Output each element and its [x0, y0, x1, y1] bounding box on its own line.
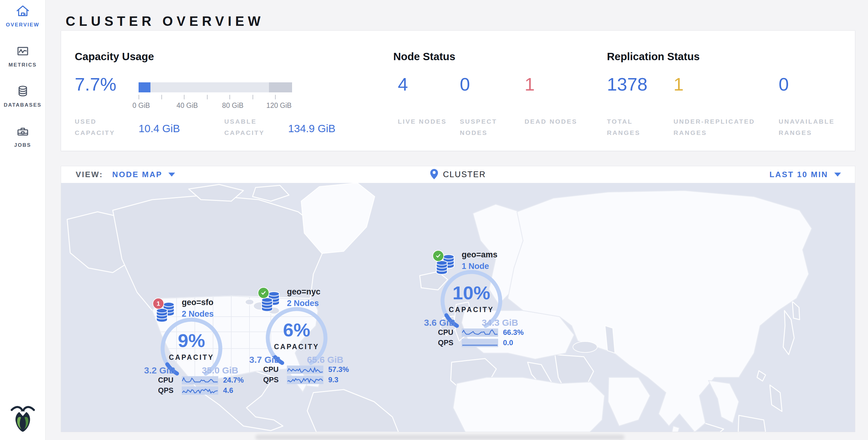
healthy-check-badge: [258, 287, 269, 299]
locality-used-capacity: 3.2 GiB: [144, 365, 175, 376]
capacity-used-percent: 7.7%: [75, 74, 116, 95]
usable-capacity-label: USABLE CAPACITY: [224, 116, 276, 138]
metric-value: 0.0: [503, 339, 513, 347]
sidebar-item-databases[interactable]: DATABASES: [0, 80, 45, 120]
sidebar-item-label: DATABASES: [4, 102, 42, 108]
gauge-percent: 10%: [437, 282, 505, 304]
capacity-tick-label: 120 GiB: [266, 101, 291, 110]
metric-value: 24.7%: [223, 376, 244, 384]
briefcase-icon: [15, 125, 30, 138]
capacity-usage-title: Capacity Usage: [75, 51, 154, 63]
map-locality-node-ams[interactable]: geo=ams 1 Node 10% CAPACITY 3.6 GiB 34.3…: [432, 250, 545, 387]
metric-label: CPU: [438, 328, 457, 337]
gauge-percent: 9%: [157, 330, 225, 351]
capacity-tick: [275, 95, 276, 99]
breadcrumb-cluster[interactable]: CLUSTER: [443, 170, 486, 179]
time-range-selector: LAST 10 MIN: [770, 170, 855, 179]
suspect-nodes-count: 0: [460, 74, 470, 95]
capacity-tick: [207, 95, 208, 99]
node-map[interactable]: 1 geo=sfo: [61, 183, 855, 432]
sidebar-item-label: JOBS: [14, 142, 31, 148]
metric-label: CPU: [158, 376, 177, 384]
capacity-tick-label: 80 GiB: [222, 101, 243, 110]
capacity-tick-label: 40 GiB: [177, 101, 198, 110]
usable-capacity-value: 134.9 GiB: [288, 122, 336, 135]
capacity-tick: [229, 95, 230, 99]
cluster-summary-card: Capacity Usage 7.7% 0 GiB40 GiB80 GiB120…: [61, 30, 855, 151]
capacity-tick: [161, 95, 162, 99]
caret-down-icon[interactable]: [834, 172, 841, 177]
metric-value: 9.3: [328, 376, 338, 384]
healthy-check-badge: [432, 250, 444, 262]
qps-metric-row: QPS 0.0: [438, 338, 513, 347]
locality-used-capacity: 3.7 GiB: [249, 355, 281, 365]
locality-usable-capacity: 35.0 GiB: [202, 365, 238, 376]
under-replicated-ranges-label: UNDER-REPLICATED RANGES: [674, 116, 774, 138]
sidebar-item-metrics[interactable]: METRICS: [0, 40, 45, 80]
capacity-bar-reserved: [269, 82, 292, 92]
cpu-metric-row: CPU 24.7%: [158, 376, 244, 385]
replication-status-title: Replication Status: [607, 51, 700, 63]
map-node-layer: 1 geo=sfo: [61, 183, 855, 432]
map-locality-node-sfo[interactable]: 1 geo=sfo: [153, 298, 265, 432]
locality-usable-capacity: 65.6 GiB: [307, 355, 343, 365]
suspect-nodes-label: SUSPECT NODES: [460, 116, 515, 138]
capacity-values: 3.6 GiB 34.3 GiB: [424, 318, 518, 328]
used-capacity-value: 10.4 GiB: [138, 122, 180, 135]
dead-nodes-count: 1: [525, 74, 535, 95]
used-capacity-label: USED CAPACITY: [75, 116, 126, 138]
sparkline-chart: [462, 328, 498, 337]
sidebar-item-label: METRICS: [8, 62, 37, 68]
sidebar-item-overview[interactable]: OVERVIEW: [0, 0, 45, 40]
locality-name: geo=sfo: [182, 298, 213, 307]
dead-node-badge: 1: [153, 298, 164, 309]
metric-label: QPS: [263, 376, 282, 384]
view-label: VIEW:: [76, 170, 103, 179]
sparkline-chart: [287, 376, 323, 384]
capacity-values: 3.7 GiB 65.6 GiB: [249, 355, 343, 365]
unavailable-ranges-label: UNAVAILABLE RANGES: [779, 116, 851, 138]
cpu-metric-row: CPU 66.3%: [438, 328, 524, 337]
gauge-capacity-label: CAPACITY: [262, 343, 331, 351]
metric-value: 66.3%: [503, 328, 524, 337]
cockroachdb-logo: [8, 402, 37, 433]
node-status-title: Node Status: [393, 51, 455, 63]
page-title: CLUSTER OVERVIEW: [66, 14, 264, 29]
metric-value: 4.6: [223, 386, 233, 395]
qps-metric-row: QPS 4.6: [158, 386, 233, 395]
live-nodes-label: LIVE NODES: [398, 116, 453, 127]
view-dropdown[interactable]: NODE MAP: [112, 170, 162, 179]
map-locality-node-nyc[interactable]: geo=nyc 2 Nodes 6% CAPACITY 3.7 GiB 65.6…: [258, 287, 370, 424]
cpu-metric-row: CPU 57.3%: [263, 365, 349, 374]
breadcrumb: CLUSTER: [430, 169, 486, 181]
home-icon: [15, 4, 30, 18]
locality-usable-capacity: 34.3 GiB: [482, 318, 518, 328]
metrics-chart-icon: [15, 44, 30, 58]
metric-label: QPS: [438, 339, 457, 347]
unavailable-ranges-count: 0: [779, 74, 789, 95]
map-toolbar: VIEW: NODE MAP CLUSTER LAST 10 MIN: [61, 166, 855, 183]
sparkline-chart: [182, 376, 218, 384]
gauge-capacity-label: CAPACITY: [157, 353, 225, 362]
capacity-bar-fill: [138, 82, 150, 92]
capacity-tick-label: 0 GiB: [132, 101, 150, 110]
metric-value: 57.3%: [328, 365, 349, 374]
gauge-capacity-label: CAPACITY: [437, 306, 505, 314]
sidebar-item-jobs[interactable]: JOBS: [0, 120, 45, 160]
sidebar-item-label: OVERVIEW: [6, 22, 39, 28]
sparkline-chart: [182, 386, 218, 395]
sparkline-chart: [462, 339, 498, 347]
caret-down-icon[interactable]: [168, 172, 175, 177]
qps-metric-row: QPS 9.3: [263, 375, 338, 384]
locality-used-capacity: 3.6 GiB: [424, 318, 455, 328]
sparkline-chart: [287, 366, 323, 374]
live-nodes-count: 4: [398, 74, 408, 95]
capacity-bar-track: [138, 82, 292, 92]
capacity-bar: 0 GiB40 GiB80 GiB120 GiB: [138, 82, 292, 116]
capacity-tick: [253, 95, 253, 99]
view-selector: VIEW: NODE MAP: [61, 170, 175, 179]
time-range-dropdown[interactable]: LAST 10 MIN: [770, 170, 828, 179]
capacity-tick: [138, 95, 139, 99]
bottom-scroll-shade: [255, 435, 625, 440]
capacity-values: 3.2 GiB 35.0 GiB: [144, 365, 238, 376]
